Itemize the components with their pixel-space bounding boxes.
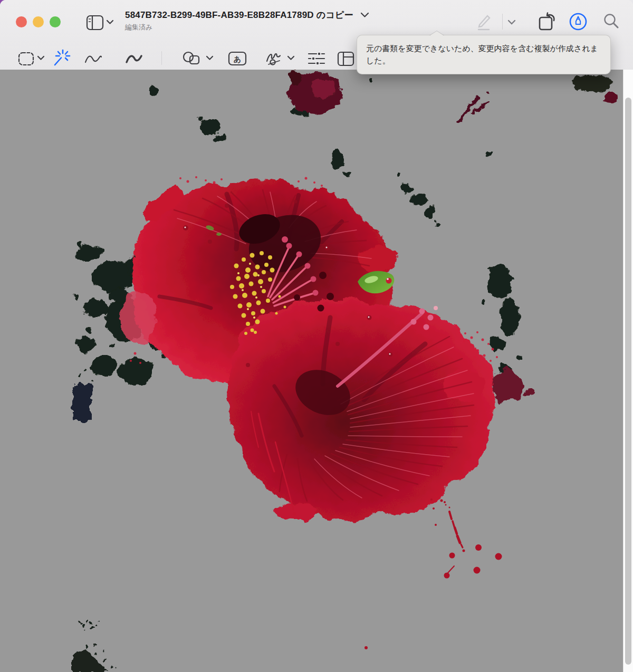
adjust-tool-button[interactable] [306, 51, 328, 66]
chevron-down-icon [287, 55, 295, 61]
image-canvas[interactable] [0, 70, 623, 672]
sketch-tool-button[interactable] [83, 51, 103, 66]
sidebar-icon [85, 13, 105, 32]
drip-dot [293, 512, 296, 515]
zoom-button[interactable] [50, 16, 61, 27]
chevron-down-icon [507, 20, 516, 25]
signature-icon [264, 49, 286, 69]
chevron-down-icon [106, 20, 114, 25]
selection-tool-button[interactable] [17, 50, 36, 68]
svg-text:あ: あ [234, 55, 241, 64]
rotate-left-button[interactable] [536, 12, 559, 32]
selection-chevron-button[interactable] [37, 55, 45, 61]
magic-wand-icon [52, 49, 72, 69]
close-button[interactable] [16, 16, 27, 27]
markup-pencil-button [474, 12, 494, 32]
chevron-down-icon [360, 12, 369, 18]
chevron-down-icon [37, 55, 45, 61]
search-button[interactable] [602, 12, 620, 31]
sketch-squiggle-icon [83, 51, 103, 66]
draw-squiggle-icon [124, 51, 145, 66]
selection-icon [17, 50, 36, 68]
sidebar-toggle-button[interactable] [85, 13, 105, 32]
instant-alpha-tool-button[interactable] [52, 49, 72, 69]
sidebar-chevron-button[interactable] [106, 20, 114, 25]
markup-toolbar-toggle[interactable] [568, 12, 588, 32]
duplicate-created-popover: 元の書類を変更できないため、変更内容を含む複製が作成されました。 [357, 35, 611, 74]
document-status: 編集済み [125, 23, 369, 32]
scrollbar-track[interactable] [623, 70, 633, 672]
preview-window: 5847B732-B299-49BF-AB39-E8B28FA1789D のコピ… [0, 0, 633, 672]
rotate-left-icon [536, 12, 559, 32]
title-area: 5847B732-B299-49BF-AB39-E8B28FA1789D のコピ… [125, 9, 369, 32]
signature-chevron-button[interactable] [287, 55, 295, 61]
title-menu-chevron[interactable] [360, 12, 369, 18]
document-title: 5847B732-B299-49BF-AB39-E8B28FA1789D のコピ… [125, 9, 353, 21]
toolbar-divider [161, 51, 162, 65]
crop-table-icon [336, 50, 356, 67]
minimize-button[interactable] [33, 16, 44, 27]
shapes-chevron-button[interactable] [206, 55, 214, 61]
search-icon [602, 12, 620, 31]
text-tool-button[interactable]: あ [227, 50, 248, 67]
draw-tool-button[interactable] [124, 51, 145, 66]
scrollbar-thumb[interactable] [625, 98, 631, 665]
popover-arrow [429, 31, 444, 36]
chevron-down-icon [206, 55, 214, 61]
shapes-tool-button[interactable] [181, 50, 203, 68]
signature-tool-button[interactable] [264, 49, 286, 69]
crop-tool-button[interactable] [336, 50, 356, 67]
more-chevron-button[interactable] [507, 20, 516, 25]
toolbar-divider [502, 14, 503, 30]
canvas-image [0, 70, 623, 672]
text-box-icon: あ [227, 50, 248, 67]
popover-message: 元の書類を変更できないため、変更内容を含む複製が作成されました。 [357, 35, 610, 74]
shapes-icon [181, 50, 203, 68]
adjust-sliders-icon [306, 51, 328, 66]
markup-pen-circle-icon [568, 12, 588, 32]
pencil-icon [474, 12, 494, 32]
